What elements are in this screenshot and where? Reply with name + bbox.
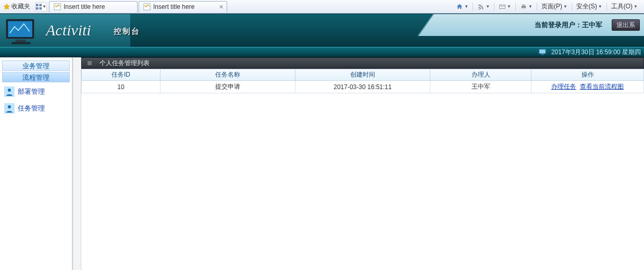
- svg-rect-8: [522, 4, 525, 6]
- svg-rect-4: [54, 4, 60, 10]
- sidebar-item-label: 任务管理: [18, 104, 45, 113]
- link-view-flow[interactable]: 查看当前流程图: [580, 83, 624, 90]
- collapse-icon[interactable]: [87, 60, 92, 66]
- col-ops: 操作: [531, 69, 644, 81]
- user-task-icon: [4, 103, 15, 114]
- svg-rect-0: [36, 4, 39, 6]
- content: 个人任务管理列表 任务ID 任务名称 创建时间 办理人 操作 10 提交申请 2…: [81, 57, 644, 270]
- cell-created: 2017-03-30 16:51:11: [295, 81, 430, 93]
- section-bar: 个人任务管理列表: [81, 57, 644, 69]
- col-assignee: 办理人: [430, 69, 531, 81]
- chevron-down-icon: ▼: [563, 4, 567, 9]
- status-strip: 2017年3月30日 16:59:00 星期四: [0, 47, 644, 57]
- col-name: 任务名称: [160, 69, 295, 81]
- chevron-down-icon: ▼: [634, 4, 638, 9]
- svg-rect-14: [539, 50, 546, 54]
- svg-rect-2: [36, 7, 39, 9]
- cell-id: 10: [82, 81, 160, 93]
- svg-rect-9: [522, 7, 525, 9]
- table-header-row: 任务ID 任务名称 创建时间 办理人 操作: [82, 69, 644, 81]
- favorites-label: 收藏夹: [11, 2, 30, 11]
- col-created: 创建时间: [295, 69, 430, 81]
- col-id: 任务ID: [82, 69, 160, 81]
- monitor-small-icon: [539, 49, 546, 55]
- table-row: 10 提交申请 2017-03-30 16:51:11 王中军 办理任务 查看当…: [82, 81, 644, 93]
- home-icon: [456, 3, 463, 10]
- grid-icon: [36, 4, 42, 10]
- sidebar-group-business[interactable]: 业务管理: [2, 60, 70, 71]
- splitter[interactable]: [73, 57, 81, 270]
- chevron-down-icon: ▼: [528, 4, 532, 9]
- svg-point-17: [8, 89, 11, 92]
- svg-rect-5: [144, 4, 150, 10]
- favorites-button[interactable]: 收藏夹: [2, 2, 33, 11]
- tab-title: Insert title here: [64, 3, 105, 10]
- section-title: 个人任务管理列表: [100, 59, 150, 68]
- link-handle-task[interactable]: 办理任务: [551, 83, 576, 90]
- chevron-down-icon: ▼: [42, 4, 46, 9]
- svg-rect-1: [39, 4, 42, 6]
- login-user-label: 当前登录用户：王中军: [535, 20, 602, 30]
- safety-menu[interactable]: 安全(S) ▼: [574, 2, 604, 12]
- svg-rect-13: [11, 42, 30, 44]
- status-datetime: 2017年3月30日 16:59:00 星期四: [551, 48, 641, 57]
- chevron-down-icon: ▼: [598, 4, 602, 9]
- monitor-icon: [4, 17, 42, 47]
- app-header: 当前登录用户：王中军 退出系 Activiti 控制台: [0, 14, 644, 47]
- cell-name: 提交申请: [160, 81, 295, 93]
- sidebar-item-label: 部署管理: [18, 87, 45, 96]
- print-button[interactable]: ▼: [518, 2, 535, 12]
- browser-tab[interactable]: Insert title here: [49, 1, 138, 13]
- logout-button[interactable]: 退出系: [612, 19, 640, 31]
- chevron-down-icon: ▼: [507, 4, 511, 9]
- svg-point-19: [8, 105, 11, 108]
- sidebar-item-tasks[interactable]: 任务管理: [0, 100, 72, 117]
- svg-rect-15: [541, 54, 543, 55]
- svg-rect-3: [39, 7, 42, 9]
- brand-title: Activiti: [46, 21, 91, 39]
- home-button[interactable]: ▼: [454, 2, 470, 12]
- page-icon: [143, 3, 151, 10]
- svg-rect-12: [16, 40, 26, 42]
- browser-tools: ▼ ▼ ▼ ▼ 页面(P) ▼ 安全(S) ▼ 工具(O) ▼: [454, 2, 642, 12]
- browser-tab-active[interactable]: Insert title here ✕: [139, 1, 227, 13]
- sidebar: 业务管理 流程管理 部署管理 任务管理: [0, 57, 73, 270]
- page-icon: [54, 3, 61, 10]
- sidebar-item-deploy[interactable]: 部署管理: [0, 83, 72, 100]
- close-icon[interactable]: ✕: [219, 4, 224, 10]
- task-table: 任务ID 任务名称 创建时间 办理人 操作 10 提交申请 2017-03-30…: [81, 69, 644, 93]
- quick-tabs-button[interactable]: ▼: [35, 2, 47, 11]
- chevron-down-icon: ▼: [486, 4, 490, 9]
- print-icon: [520, 3, 527, 10]
- tab-title: Insert title here: [153, 3, 194, 10]
- star-icon: [3, 3, 10, 10]
- user-deploy-icon: [4, 87, 15, 97]
- cell-assignee: 王中军: [430, 81, 531, 93]
- feeds-button[interactable]: ▼: [475, 2, 492, 12]
- mail-icon: [499, 3, 506, 10]
- brand-subtitle: 控制台: [114, 27, 140, 36]
- page-menu[interactable]: 页面(P) ▼: [539, 2, 569, 12]
- browser-chrome: 收藏夹 ▼ Insert title here Insert title her…: [0, 0, 644, 14]
- chevron-down-icon: ▼: [464, 4, 468, 9]
- sidebar-group-process[interactable]: 流程管理: [2, 72, 70, 82]
- cell-ops: 办理任务 查看当前流程图: [531, 81, 644, 93]
- tools-menu[interactable]: 工具(O) ▼: [609, 2, 640, 12]
- svg-rect-11: [8, 21, 32, 37]
- mail-button[interactable]: ▼: [497, 2, 513, 12]
- rss-icon: [477, 3, 485, 10]
